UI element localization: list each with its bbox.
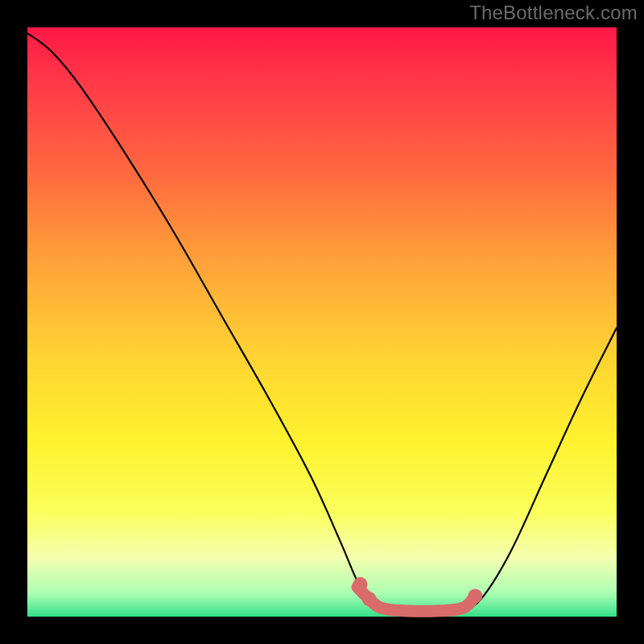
- bottleneck-curve: [27, 33, 617, 611]
- curve-layer: [27, 27, 617, 617]
- chart-frame: TheBottleneck.com: [0, 0, 644, 644]
- watermark-text: TheBottleneck.com: [469, 2, 638, 24]
- plot-area: [27, 27, 617, 617]
- optimal-marker-dot: [353, 577, 368, 592]
- optimal-marker-dot: [362, 592, 377, 606]
- optimal-marker-dot: [468, 588, 482, 603]
